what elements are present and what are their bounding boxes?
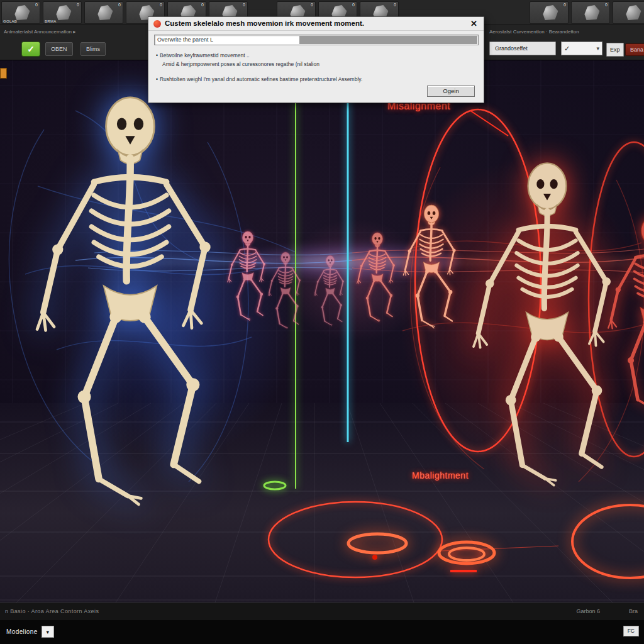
green-floor-ring: [264, 482, 286, 489]
asset-tile[interactable]: 0GOLAB: [1, 1, 40, 24]
asset-tile[interactable]: 0: [571, 1, 610, 24]
app-window: 0GOLAB 0BRMA 0 0 0 0 0 0 0 0 0 0 Animate…: [0, 0, 644, 644]
mesh-name-input[interactable]: Overwrite the parent L: [154, 35, 479, 45]
mesh-name-input-value: Overwrite the parent L: [157, 36, 213, 43]
fc-button[interactable]: FC: [623, 626, 639, 636]
red-marker-dot: [372, 555, 377, 560]
model-select-value: Modelione: [3, 628, 42, 635]
viewport-canvas[interactable]: Misalignment Mbalightment: [0, 60, 644, 602]
red-floor-arc-right: [572, 505, 644, 578]
misalignment-label-bottom: Mbalightment: [412, 470, 469, 480]
dialog-bullet-2: Amid & herjpmpowerent poses al curessono…: [162, 61, 319, 67]
asset-label: BRMA: [45, 19, 57, 23]
input-selection-fill: [299, 36, 477, 44]
scene-graphics: [0, 60, 644, 602]
red-floor-loop: [269, 502, 442, 577]
dialog-app-icon: [153, 20, 161, 28]
asset-badge: 0: [311, 3, 313, 7]
asset-tile[interactable]: 0: [84, 1, 123, 24]
bana-button[interactable]: Bana: [625, 43, 644, 56]
toolbar-right-caption: Aerostalst Curvemention · Bearandetton: [489, 29, 579, 35]
chevron-down-icon: ▾: [596, 42, 599, 55]
asset-badge: 0: [352, 3, 355, 7]
oben-button[interactable]: OBEN: [45, 42, 73, 56]
bullet-icon: •: [156, 76, 158, 82]
confirm-check-button[interactable]: ✓: [21, 42, 40, 57]
asset-thumbnail-icon: [580, 5, 601, 20]
dialog-titlebar[interactable]: Custem skelelalo mesh movemion irk movem…: [148, 17, 484, 31]
skeleton-ghost-1: [228, 231, 265, 321]
dialog-title: Custem skelelalo mesh movemion irk movem…: [165, 19, 454, 27]
asset-badge: 0: [394, 3, 396, 7]
asset-badge: 0: [77, 3, 79, 7]
asset-thumbnail-icon: [11, 5, 31, 20]
dialog-bullet-3: •Rushtolten weighl I'm yanal dnd automat…: [156, 76, 426, 83]
grandoseffet-dropdown[interactable]: Grandoseffet: [489, 42, 556, 55]
asset-badge: 0: [605, 3, 608, 7]
open-button[interactable]: Ogein: [427, 86, 475, 97]
asset-tile[interactable]: 0: [613, 1, 644, 24]
blims-button[interactable]: Blims: [80, 42, 106, 56]
asset-badge: 0: [564, 3, 566, 7]
toolbar-left-caption: Animaterialst Announcemation ▸: [4, 29, 75, 35]
chevron-down-icon: ▾: [42, 626, 54, 638]
dialog-bullet-1: •Betwoilne keyfrawmestid movement ..: [156, 52, 250, 58]
status-left-text: n Basio · Aroa Area Contorn Axeis: [5, 608, 99, 614]
asset-badge: 0: [118, 3, 121, 7]
skeleton-blue-main: [37, 97, 211, 504]
status-bar: n Basio · Aroa Area Contorn Axeis Garbon…: [0, 602, 644, 620]
asset-badge: 0: [160, 3, 162, 7]
bottom-control-bar: Modelione ▾ FC: [0, 620, 644, 644]
selection-edge-marker: [0, 68, 7, 79]
custom-mesh-dialog: Custem skelelalo mesh movemion irk movem…: [148, 16, 484, 103]
asset-thumbnail-icon: [94, 5, 114, 20]
status-right-text: Garbon 6: [576, 608, 600, 614]
bullet-icon: •: [156, 52, 158, 58]
asset-thumbnail-icon: [539, 5, 559, 20]
check-dropdown[interactable]: ✓ ▾: [561, 42, 602, 55]
asset-tile[interactable]: 0: [530, 1, 569, 24]
asset-thumbnail-icon: [52, 5, 72, 20]
red-floor-ring-1: [348, 534, 406, 553]
model-select-dropdown[interactable]: Modelione ▾: [3, 625, 54, 638]
asset-badge: 0: [243, 3, 245, 7]
exp-button[interactable]: Exp: [606, 43, 624, 57]
asset-thumbnail-icon: [622, 5, 642, 20]
check-dropdown-value: ✓: [564, 45, 570, 52]
asset-label: GOLAB: [3, 19, 17, 23]
status-far-right-text: Bra: [629, 608, 638, 614]
close-icon[interactable]: ✕: [470, 19, 477, 28]
asset-tile[interactable]: 0BRMA: [43, 1, 82, 24]
asset-badge: 0: [35, 3, 38, 7]
asset-badge: 0: [201, 3, 204, 7]
